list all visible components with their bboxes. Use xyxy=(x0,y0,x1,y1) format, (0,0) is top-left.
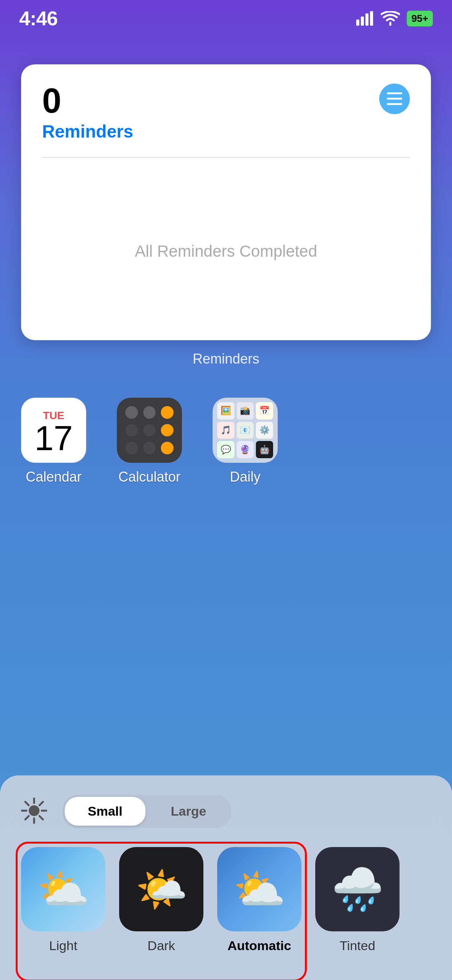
folder-mini-8: 🔮 xyxy=(237,441,254,458)
calculator-app-icon[interactable] xyxy=(117,398,182,463)
tinted-label: Tinted xyxy=(339,938,375,953)
svg-line-15 xyxy=(25,816,29,819)
folder-mini-3: 📅 xyxy=(256,402,273,420)
folder-mini-1: 🖼️ xyxy=(217,402,234,420)
folder-mini-9: 🤖 xyxy=(256,441,273,458)
status-icons: 95+ xyxy=(356,11,433,26)
app-icons-row: TUE 17 Calendar Calculator 🖼️ 📸 xyxy=(21,398,431,485)
icon-style-automatic[interactable]: ⛅ Automatic xyxy=(217,847,301,953)
calendar-app-icon[interactable]: TUE 17 xyxy=(21,398,86,463)
widget-menu-button[interactable] xyxy=(379,84,410,114)
svg-line-13 xyxy=(39,816,43,819)
calc-buttons-grid xyxy=(117,398,182,463)
calendar-day-number: 17 xyxy=(34,421,73,456)
size-small-button[interactable]: Small xyxy=(65,797,146,826)
light-weather-emoji: ⛅ xyxy=(37,865,90,914)
calc-btn xyxy=(125,442,138,454)
size-toggle[interactable]: Small Large xyxy=(62,795,231,828)
status-bar: 4:46 95+ xyxy=(0,0,452,34)
calc-btn xyxy=(143,424,156,437)
size-large-button[interactable]: Large xyxy=(148,797,229,826)
light-weather-icon[interactable]: ⛅ xyxy=(21,847,105,931)
svg-rect-1 xyxy=(361,16,364,26)
bottom-panel: Small Large ⛅ Light 🌤️ Dark ⛅ Automatic xyxy=(0,775,452,980)
calc-btn xyxy=(125,406,138,419)
svg-rect-4 xyxy=(387,92,402,94)
svg-rect-6 xyxy=(387,103,402,105)
calc-btn xyxy=(161,442,174,454)
calc-btn xyxy=(143,406,156,419)
auto-weather-icon[interactable]: ⛅ xyxy=(217,847,301,931)
folder-mini-2: 📸 xyxy=(237,402,254,420)
reminders-widget: 0 Reminders All Reminders Completed xyxy=(21,64,431,340)
daily-folder-item[interactable]: 🖼️ 📸 📅 🎵 📧 ⚙️ 💬 🔮 🤖 Daily xyxy=(213,398,278,485)
widget-empty-message: All Reminders Completed xyxy=(42,242,410,261)
calendar-day-name: TUE xyxy=(43,405,64,421)
svg-rect-5 xyxy=(387,98,402,100)
widget-footer-label: Reminders xyxy=(0,351,452,367)
icon-style-tinted[interactable]: 🌧️ Tinted xyxy=(315,847,400,953)
battery-indicator: 95+ xyxy=(407,11,433,26)
widget-divider xyxy=(42,157,410,158)
calc-btn xyxy=(161,406,174,419)
icon-style-dark[interactable]: 🌤️ Dark xyxy=(119,847,203,953)
sun-svg-icon xyxy=(21,798,47,824)
calendar-app-item[interactable]: TUE 17 Calendar xyxy=(21,398,86,485)
folder-mini-6: ⚙️ xyxy=(256,422,273,439)
svg-rect-3 xyxy=(370,11,373,26)
calculator-app-item[interactable]: Calculator xyxy=(117,398,182,485)
svg-line-12 xyxy=(25,802,29,805)
automatic-label: Automatic xyxy=(228,938,291,953)
svg-rect-0 xyxy=(356,20,359,26)
calc-btn xyxy=(143,442,156,454)
wifi-icon xyxy=(381,11,400,26)
auto-weather-emoji: ⛅ xyxy=(233,865,286,914)
status-time: 4:46 xyxy=(19,7,57,30)
calendar-label: Calendar xyxy=(26,469,82,485)
dark-weather-emoji: 🌤️ xyxy=(135,865,188,914)
folder-mini-7: 💬 xyxy=(217,441,234,458)
light-label: Light xyxy=(49,938,77,953)
svg-rect-2 xyxy=(365,13,368,26)
daily-folder-icon[interactable]: 🖼️ 📸 📅 🎵 📧 ⚙️ 💬 🔮 🤖 xyxy=(213,398,278,463)
svg-point-7 xyxy=(29,805,39,816)
calc-btn xyxy=(161,424,174,437)
reminder-count: 0 xyxy=(42,84,410,118)
calc-btn xyxy=(125,424,138,437)
signal-icon xyxy=(356,11,374,26)
size-toggle-row: Small Large xyxy=(21,795,431,828)
folder-mini-5: 📧 xyxy=(237,422,254,439)
folder-mini-4: 🎵 xyxy=(217,422,234,439)
calculator-label: Calculator xyxy=(118,469,180,485)
tinted-weather-icon[interactable]: 🌧️ xyxy=(315,847,400,931)
icon-styles-row: ⛅ Light 🌤️ Dark ⛅ Automatic 🌧️ Tinted xyxy=(21,847,431,953)
daily-label: Daily xyxy=(230,469,260,485)
widget-title: Reminders xyxy=(42,121,410,142)
sun-icon xyxy=(21,798,47,825)
dark-weather-icon[interactable]: 🌤️ xyxy=(119,847,203,931)
list-icon xyxy=(387,92,402,105)
tinted-weather-emoji: 🌧️ xyxy=(331,865,384,914)
icon-style-light[interactable]: ⛅ Light xyxy=(21,847,105,953)
svg-line-14 xyxy=(39,802,43,805)
dark-label: Dark xyxy=(147,938,175,953)
